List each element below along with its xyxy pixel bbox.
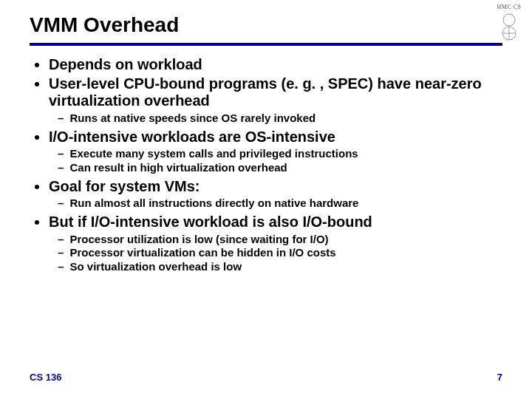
sub-item: Runs at native speeds since OS rarely in… xyxy=(71,112,502,126)
sub-item: Processor utilization is low (since wait… xyxy=(71,233,502,247)
sub-item: Run almost all instructions directly on … xyxy=(71,197,502,211)
bullet-text: User-level CPU-bound programs (e. g. , S… xyxy=(49,75,482,109)
logo-text: HMC CS xyxy=(497,4,521,10)
sub-item: Can result in high virtualization overhe… xyxy=(71,161,502,175)
bullet-text: Depends on workload xyxy=(49,56,202,72)
bullet-text: Goal for system VMs: xyxy=(49,178,200,194)
sub-list: Execute many system calls and privileged… xyxy=(49,147,502,175)
institution-logo: HMC CS xyxy=(494,4,525,46)
sub-item: So virtualization overhead is low xyxy=(71,260,502,274)
title-rule xyxy=(30,43,502,46)
sub-list: Runs at native speeds since OS rarely in… xyxy=(49,112,502,126)
sub-item: Execute many system calls and privileged… xyxy=(71,147,502,161)
slide: HMC CS VMM Overhead Depends on workload … xyxy=(0,0,532,399)
slide-title: VMM Overhead xyxy=(30,13,502,37)
bullet-item: Depends on workload xyxy=(49,56,502,74)
footer-course: CS 136 xyxy=(30,372,61,383)
page-number: 7 xyxy=(497,372,502,383)
bullet-item: But if I/O-intensive workload is also I/… xyxy=(49,214,502,274)
bullet-text: But if I/O-intensive workload is also I/… xyxy=(49,214,372,230)
sub-list: Run almost all instructions directly on … xyxy=(49,197,502,211)
bullet-list: Depends on workload User-level CPU-bound… xyxy=(30,56,502,274)
seal-icon xyxy=(498,13,520,41)
bullet-text: I/O-intensive workloads are OS-intensive xyxy=(49,129,335,145)
sub-list: Processor utilization is low (since wait… xyxy=(49,233,502,274)
svg-point-0 xyxy=(503,14,515,26)
sub-item: Processor virtualization can be hidden i… xyxy=(71,246,502,260)
bullet-item: I/O-intensive workloads are OS-intensive… xyxy=(49,129,502,175)
bullet-item: Goal for system VMs: Run almost all inst… xyxy=(49,178,502,211)
bullet-item: User-level CPU-bound programs (e. g. , S… xyxy=(49,75,502,126)
